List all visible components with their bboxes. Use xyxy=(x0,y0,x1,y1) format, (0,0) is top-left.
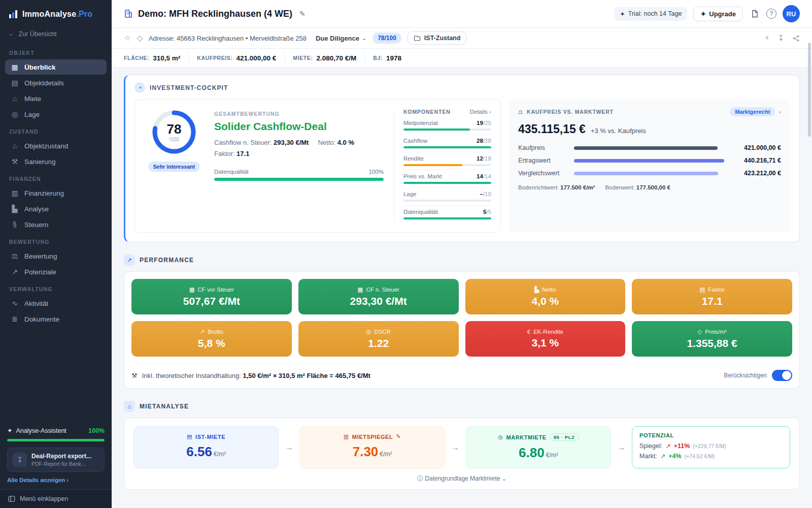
assistant-progressbar xyxy=(7,439,105,441)
cockpit-heading: INVESTMENT-COCKPIT xyxy=(150,84,228,91)
house-condition-icon: ⌂ xyxy=(10,142,19,150)
sidebar-item-objektdetails[interactable]: ▤Objektdetails xyxy=(5,75,107,90)
user-avatar[interactable]: RU xyxy=(783,5,800,22)
file-icon[interactable] xyxy=(749,8,760,19)
wrench-icon: ⚒ xyxy=(131,372,138,379)
toggle-label: Berücksichtigen xyxy=(724,372,767,379)
sidebar-item-potenziale[interactable]: ↗Potenziale xyxy=(5,264,107,279)
state-selector-button[interactable]: IST-Zustand xyxy=(408,31,467,45)
potenzial-card[interactable]: POTENZIAL Spiegel: ↗ +11% (+229,77 €/M) … xyxy=(632,426,790,468)
kpi-tile-cf-vor-steuer[interactable]: ▦CF vor Steuer 507,67 €/Mt xyxy=(131,279,292,314)
upgrade-button[interactable]: ✦Upgrade xyxy=(693,7,743,21)
phase-dropdown[interactable]: Due Diligence⌄ xyxy=(316,35,366,42)
document-icon: ≣ xyxy=(10,315,19,323)
sidebar-section-objekt: OBJEKT xyxy=(5,44,107,59)
activity-icon: ∿ xyxy=(10,299,19,307)
score-badge[interactable]: 78/100 xyxy=(373,33,401,44)
sidebar-item-objektzustand[interactable]: ⌂Objektzustand xyxy=(5,138,107,153)
gauge-score: 78 xyxy=(167,122,182,136)
performance-card: ▦CF vor Steuer 507,67 €/Mt ▦CF n. Steuer… xyxy=(124,271,800,389)
show-all-details-link[interactable]: Alle Details anzeigen › xyxy=(7,477,105,483)
scale-icon: ⚖ xyxy=(10,252,19,260)
sidebar-item-steuern[interactable]: §Steuern xyxy=(5,217,107,232)
sidebar-item-bewertung[interactable]: ⚖Bewertung xyxy=(5,248,107,264)
trend-up-icon: ↗ xyxy=(200,328,205,335)
cashflow-metric: Cashflow n. Steuer: 293,30 €/MtNetto: 4.… xyxy=(214,139,384,146)
page-scrollbar[interactable] xyxy=(808,43,811,137)
help-icon[interactable]: ? xyxy=(766,9,776,19)
potential-row-spiegel: Spiegel: ↗ +11% (+229,77 €/M) xyxy=(639,442,783,450)
target-icon: ◎ xyxy=(366,328,371,335)
kpi-tile-faktor[interactable]: ▤Faktor 17.1 xyxy=(632,279,792,314)
sidebar-item-dokumente[interactable]: ≣Dokumente xyxy=(5,311,107,327)
sidebar-section-verwaltung: VERWALTUNG xyxy=(5,280,107,295)
analysis-assistant[interactable]: ✦Analyse-Assistent 100% xyxy=(7,427,105,434)
sidebar-item-finanzierung[interactable]: ▥Finanzierung xyxy=(5,185,107,201)
mietspiegel-card[interactable]: ▥MIETSPIEGEL✎ 7.30€/m² xyxy=(299,426,445,468)
ist-miete-card[interactable]: ▤IST-MIETE 6.56€/m² xyxy=(133,426,279,468)
tag-icon[interactable]: ◇ xyxy=(137,34,143,43)
calendar-icon: ▦ xyxy=(358,286,363,293)
market-bar-row: Ertragswert 440.216,71 € xyxy=(518,157,781,164)
components-details-link[interactable]: Details › xyxy=(470,109,491,115)
stat-kaufpreis: KAUFPREIS:421.000,00 € xyxy=(197,54,276,62)
market-rent-source-link[interactable]: ⓘ Datengrundlage Marktmiete ⌄ xyxy=(133,474,790,483)
lightning-icon[interactable]: ⚡ xyxy=(764,34,770,43)
collapse-menu-button[interactable]: Menü einklappen xyxy=(0,489,112,508)
assistant-progress-fill xyxy=(7,439,105,441)
score-gauge: 78 /100 xyxy=(151,109,197,155)
investment-cockpit-card: ◔ INVESTMENT-COCKPIT 78 xyxy=(124,75,800,242)
kpi-tile-preis-qm[interactable]: ◇Preis/m² 1.355,88 € xyxy=(632,321,792,357)
sidebar-item-aktivitaet[interactable]: ∿Aktivität xyxy=(5,296,107,311)
components-panel: KOMPONENTEN Details › Mietpotenzial19/25… xyxy=(394,109,491,223)
sidebar-item-ueberblick[interactable]: ▦Überblick xyxy=(5,59,107,75)
sparkle-icon: ✦ xyxy=(620,10,625,18)
interest-badge: Sehr interessant xyxy=(148,162,200,172)
trend-up-icon: ↗ xyxy=(124,255,135,266)
market-value: 435.115,15 € xyxy=(518,122,586,136)
maintenance-toggle[interactable] xyxy=(772,370,792,381)
page-title: Demo: MFH Recklinghausen (4 WE) xyxy=(138,9,292,19)
kpi-tile-cf-nach-steuer[interactable]: ▦CF n. Steuer 293,30 €/Mt xyxy=(298,279,459,314)
home-icon: ⌂ xyxy=(10,94,19,103)
key-stats-bar: FLÄCHE:310,5 m² KAUFPREIS:421.000,00 € M… xyxy=(112,49,812,68)
edit-pencil-icon[interactable]: ✎ xyxy=(396,433,401,440)
arrow-left-icon: ← xyxy=(8,30,15,38)
divider xyxy=(284,54,285,62)
address-text: Adresse: 45663 Recklinghausen • Merveldt… xyxy=(149,35,307,42)
kpi-tile-netto[interactable]: ▙Netto 4,0 % xyxy=(465,279,626,314)
sidebar-item-lage[interactable]: ◎Lage xyxy=(5,107,107,122)
report-title: Deal-Report export... xyxy=(31,453,91,460)
kpi-tile-ek-rendite[interactable]: €EK-Rendite 3,1 % xyxy=(465,321,626,357)
chevron-right-icon[interactable]: › xyxy=(779,109,781,115)
marktmiete-card[interactable]: ◎MARKTMIETE95 · PLZ 6.80€/m² xyxy=(466,426,611,468)
main-area: Demo: MFH Recklinghausen (4 WE) ✎ ✦Trial… xyxy=(112,0,812,508)
calendar-icon: ▦ xyxy=(189,286,195,293)
gauge-score-max: /100 xyxy=(169,137,179,142)
back-to-overview-link[interactable]: ← Zur Übersicht xyxy=(0,26,112,44)
kpi-tile-dscr[interactable]: ◎DSCR 1.22 xyxy=(298,321,459,357)
data-quality-row: Datenqualität100% xyxy=(214,169,384,175)
sidebar-item-analyse[interactable]: ▙Analyse xyxy=(5,201,107,216)
sidebar-item-sanierung[interactable]: ⚒Sanierung xyxy=(5,154,107,169)
mietanalyse-card: ▤IST-MIETE 6.56€/m² → ▥MIETSPIEGEL✎ 7.30… xyxy=(124,418,800,490)
tax-icon: § xyxy=(10,220,19,229)
bank-card-icon: ▥ xyxy=(10,189,19,197)
trend-up-icon: ↗ xyxy=(10,268,19,276)
share-icon[interactable] xyxy=(792,35,800,42)
sidebar-item-miete[interactable]: ⌂Miete xyxy=(5,91,107,106)
star-icon[interactable]: ☆ xyxy=(124,34,130,43)
deal-report-export-button[interactable]: ↧ Deal-Report export... PDF-Report für B… xyxy=(7,448,105,472)
chevron-down-icon: ⌄ xyxy=(502,475,506,482)
trend-up-icon: ↗ xyxy=(665,442,670,450)
edit-title-icon[interactable]: ✎ xyxy=(299,10,306,18)
grid-icon: ▦ xyxy=(10,63,19,71)
brand-logo[interactable]: ImmoAnalyse.Pro xyxy=(0,0,112,26)
calculator-icon: ▤ xyxy=(699,286,705,293)
kpi-tile-brutto[interactable]: ↗Brutto 5,8 % xyxy=(131,321,292,357)
sparkle-icon: ✦ xyxy=(7,427,12,434)
download-icon[interactable]: ↧ xyxy=(777,34,784,43)
trial-badge: ✦Trial: noch 14 Tage xyxy=(614,7,687,21)
land-value-footnote: Bodenrichtwert: 177.500 €/m² Bodenwert: … xyxy=(518,184,781,190)
sidebar-section-zustand: ZUSTAND xyxy=(5,122,107,138)
